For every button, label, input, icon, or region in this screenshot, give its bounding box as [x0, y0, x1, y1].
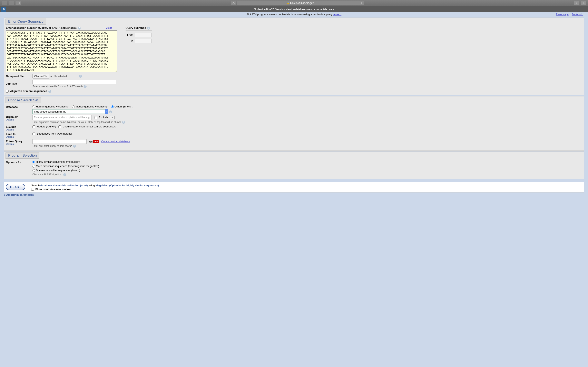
section-searchset-header: Choose Search Set: [6, 97, 41, 103]
forward-button[interactable]: 〉: [9, 1, 14, 5]
radio-blastn[interactable]: [33, 169, 35, 172]
favicon: ℬ: [1, 7, 6, 12]
algorithm-parameters-link[interactable]: ▸ Algorithm parameters: [4, 192, 37, 196]
radio-megablast[interactable]: [33, 161, 35, 163]
create-custom-db-link[interactable]: Create custom database: [101, 140, 130, 143]
database-select[interactable]: Nucleotide collection (nr/nt): [33, 109, 108, 114]
new-window-label: Show results in a new window: [35, 188, 71, 191]
exclude-models-checkbox[interactable]: [33, 125, 35, 128]
section-program-header: Program Selection: [6, 152, 39, 159]
entrez-hint: Enter an Entrez query to limit search: [33, 145, 72, 147]
url-host: blast.ncbi.nlm.nih.gov: [290, 2, 314, 4]
tabs-button[interactable]: ⧉: [581, 1, 586, 5]
help-icon[interactable]: ?: [84, 85, 86, 88]
exclude-uncultured-checkbox[interactable]: [58, 125, 61, 128]
organism-exclude-label: Exclude: [99, 116, 108, 119]
sidebar-toggle-button[interactable]: [16, 1, 21, 5]
help-icon[interactable]: ?: [109, 110, 112, 113]
organism-exclude-checkbox[interactable]: [95, 116, 97, 119]
refresh-icon[interactable]: ↻: [361, 2, 363, 4]
add-organism-button[interactable]: +: [110, 116, 114, 119]
organism-input[interactable]: [33, 115, 92, 120]
tab-title: Nucleotide BLAST: Search nucleotide data…: [6, 8, 582, 11]
new-tab-button[interactable]: +: [582, 7, 588, 11]
panel-icon: [17, 2, 20, 4]
help-icon[interactable]: ?: [79, 75, 82, 78]
radio-human[interactable]: [33, 105, 35, 108]
back-button[interactable]: 〈: [2, 1, 7, 5]
svg-rect-0: [17, 2, 20, 4]
limit-type-label: Sequences from type material: [37, 132, 72, 135]
share-button[interactable]: ⇪: [574, 1, 579, 5]
limit-label: Limit to: [6, 133, 16, 136]
youtube-icon[interactable]: YouTube: [89, 140, 99, 143]
help-icon[interactable]: ?: [78, 27, 81, 30]
blast-submit-button[interactable]: BLAST: [6, 184, 25, 190]
optimize-label: Optimize for: [6, 160, 33, 164]
accession-label: Enter accession number(s), gi(s), or FAS…: [6, 26, 77, 29]
limit-type-checkbox[interactable]: [33, 133, 35, 135]
program-hint: Choose a BLAST algorithm: [33, 173, 62, 176]
radio-disc-megablast[interactable]: [33, 165, 35, 167]
from-label: From: [126, 33, 133, 36]
exclude-uncultured-label: Uncultured/environmental sample sequence…: [63, 125, 116, 128]
search-prefix: Search: [31, 184, 40, 187]
job-title-hint: Enter a descriptive title for your BLAST…: [33, 85, 83, 88]
reset-page-link[interactable]: Reset page: [556, 13, 568, 16]
search-db-link[interactable]: database Nucleotide collection (nr/nt): [40, 184, 88, 187]
to-label: To: [126, 39, 133, 42]
help-icon[interactable]: ?: [147, 27, 150, 30]
choose-file-button[interactable]: Choose File: [33, 74, 49, 78]
entrez-input[interactable]: [33, 139, 86, 144]
organism-hint: Enter organism common name, binomial, or…: [33, 121, 121, 124]
lock-icon: 🔒: [287, 2, 289, 4]
job-title-label: Job Title: [6, 82, 33, 85]
using-text: using: [88, 184, 95, 187]
align-checkbox[interactable]: [6, 90, 9, 92]
align-label: Align two or more sequences: [10, 90, 47, 92]
section-query-header: Enter Query Sequence: [6, 18, 46, 25]
organism-label: Organism: [6, 115, 18, 118]
url-bar[interactable]: 🔒 blast.ncbi.nlm.nih.gov ↻: [237, 1, 364, 5]
clear-link[interactable]: Clear: [106, 26, 112, 29]
radio-mouse[interactable]: [72, 105, 75, 108]
to-input[interactable]: [135, 39, 152, 43]
help-icon[interactable]: ?: [73, 145, 76, 148]
file-status: no file selected: [51, 75, 67, 78]
header-subtitle: BLASTN programs search nucleotide databa…: [247, 13, 333, 16]
exclude-label: Exclude: [6, 125, 16, 128]
help-icon[interactable]: ?: [63, 173, 66, 176]
upload-label: Or, upload file: [6, 75, 33, 78]
help-icon[interactable]: ?: [48, 90, 51, 93]
exclude-models-label: Models (XM/XP): [37, 125, 56, 128]
database-label: Database: [6, 105, 33, 108]
subrange-title: Query subrange: [126, 26, 146, 29]
entrez-label: Entrez Query: [6, 140, 22, 143]
job-title-input[interactable]: [33, 80, 116, 84]
sequence-textarea[interactable]: [6, 30, 117, 72]
radio-others[interactable]: [111, 105, 114, 108]
help-icon[interactable]: ?: [122, 121, 125, 124]
new-window-checkbox[interactable]: [31, 188, 34, 191]
reader-button[interactable]: ⁂: [231, 1, 236, 5]
search-prog-link[interactable]: Megablast (Optimize for highly similar s…: [95, 184, 159, 187]
more-link[interactable]: more...: [333, 13, 341, 16]
bookmark-link[interactable]: Bookmark: [572, 13, 583, 16]
from-input[interactable]: [135, 33, 152, 37]
